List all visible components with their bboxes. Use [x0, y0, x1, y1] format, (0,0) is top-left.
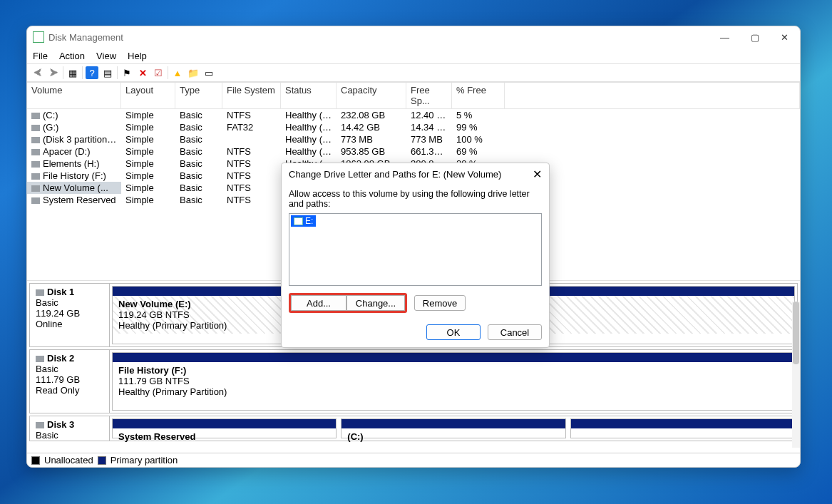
dialog-instruction: Allow access to this volume by using the…: [289, 189, 542, 209]
disk-icon: [36, 422, 44, 428]
legend-swatch-unallocated: [31, 456, 40, 465]
close-button[interactable]: ✕: [781, 32, 789, 43]
disk-icon: [36, 289, 44, 296]
volume-row[interactable]: (G:)SimpleBasicFAT32Healthy (B...14.42 G…: [27, 121, 800, 133]
disk-row: Disk 2Basic111.79 GBRead OnlyFile Histor…: [29, 349, 798, 413]
window-title: Disk Management: [48, 32, 123, 43]
properties-icon[interactable]: ▭: [202, 66, 215, 79]
path-entry[interactable]: E:: [291, 215, 316, 227]
column-headers: Volume Layout Type File System Status Ca…: [27, 83, 800, 109]
volume-row[interactable]: Apacer (D:)SimpleBasicNTFSHealthy (B...9…: [27, 145, 800, 158]
cancel-button[interactable]: Cancel: [488, 324, 542, 340]
disk-info: Disk 3Basic: [30, 416, 109, 441]
scrollbar-thumb[interactable]: [793, 302, 799, 364]
titlebar: Disk Management — ▢ ✕: [27, 26, 800, 48]
drive-icon: [294, 217, 303, 225]
up-icon[interactable]: ▲: [171, 66, 184, 79]
partition[interactable]: [570, 418, 795, 438]
check-icon[interactable]: ☑: [152, 66, 165, 79]
disk-icon: [36, 356, 44, 362]
paths-listbox[interactable]: E:: [289, 213, 542, 286]
app-icon: [33, 31, 44, 43]
col-status[interactable]: Status: [281, 83, 337, 108]
ok-button[interactable]: OK: [426, 324, 481, 340]
menubar: File Action View Help: [27, 48, 800, 63]
change-drive-letter-dialog: Change Drive Letter and Paths for E: (Ne…: [281, 163, 550, 348]
scrollbar-track[interactable]: [792, 302, 800, 448]
delete-icon[interactable]: ✕: [136, 66, 149, 79]
maximize-button[interactable]: ▢: [751, 32, 759, 43]
calendar-icon[interactable]: ▤: [101, 66, 114, 79]
remove-button[interactable]: Remove: [414, 295, 466, 311]
volume-icon: [31, 125, 40, 131]
legend-primary: Primary partition: [111, 455, 178, 466]
volume-icon: [31, 149, 40, 155]
menu-help[interactable]: Help: [128, 51, 147, 61]
forward-icon[interactable]: ⮞: [47, 66, 60, 79]
highlight-annotation: Add...Change...: [289, 293, 407, 313]
volume-icon: [31, 161, 40, 168]
disk-info: Disk 1Basic119.24 GBOnline: [30, 284, 109, 346]
flag-icon[interactable]: ⚑: [120, 66, 133, 79]
menu-action[interactable]: Action: [59, 51, 85, 61]
volume-icon: [31, 137, 40, 143]
minimize-button[interactable]: —: [720, 32, 729, 43]
volume-icon: [31, 185, 40, 192]
menu-file[interactable]: File: [33, 51, 48, 61]
add-button[interactable]: Add...: [291, 295, 346, 311]
change-button[interactable]: Change...: [346, 295, 405, 311]
volume-icon: [31, 113, 40, 119]
disk-info: Disk 2Basic111.79 GBRead Only: [30, 350, 109, 413]
volume-row[interactable]: (Disk 3 partition 3)SimpleBasicHealthy (…: [27, 133, 800, 145]
volume-row[interactable]: (C:)SimpleBasicNTFSHealthy (B...232.08 G…: [27, 109, 800, 121]
back-icon[interactable]: ⮜: [31, 66, 44, 79]
legend-unallocated: Unallocated: [44, 455, 93, 466]
col-layout[interactable]: Layout: [121, 83, 175, 108]
legend-swatch-primary: [98, 456, 106, 465]
help-icon[interactable]: ?: [86, 66, 98, 79]
col-type[interactable]: Type: [175, 83, 222, 108]
partition[interactable]: File History (F:)111.79 GB NTFSHealthy (…: [112, 352, 795, 411]
col-volume[interactable]: Volume: [27, 83, 121, 108]
col-capacity[interactable]: Capacity: [337, 83, 406, 108]
folder-icon[interactable]: 📁: [187, 66, 200, 79]
path-entry-label: E:: [305, 216, 313, 226]
partition[interactable]: (C:): [341, 418, 565, 438]
dialog-close-icon[interactable]: ✕: [533, 168, 542, 181]
volume-icon: [31, 197, 40, 204]
view-icon[interactable]: ▦: [66, 66, 79, 79]
menu-view[interactable]: View: [96, 51, 116, 61]
col-free[interactable]: Free Sp...: [406, 83, 452, 108]
partition[interactable]: System Reserved: [112, 418, 337, 438]
dialog-title: Change Drive Letter and Paths for E: (Ne…: [289, 169, 501, 180]
col-pct[interactable]: % Free: [452, 83, 505, 108]
legend: Unallocated Primary partition: [27, 453, 800, 467]
col-fs[interactable]: File System: [222, 83, 281, 108]
volume-icon: [31, 173, 40, 180]
toolbar: ⮜ ⮞ ▦ ? ▤ ⚑ ✕ ☑ ▲ 📁 ▭: [27, 63, 800, 82]
disk-row: Disk 3BasicSystem Reserved(C:): [29, 416, 798, 441]
